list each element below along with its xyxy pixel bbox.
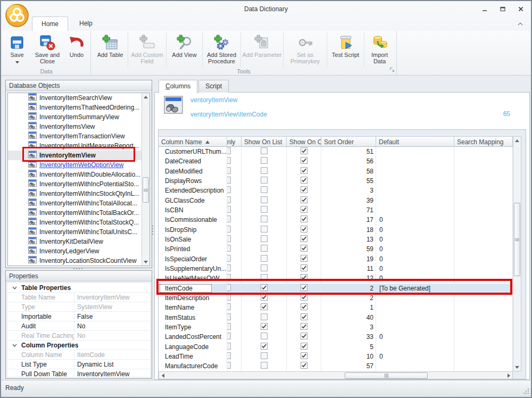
show-on-client-checkbox[interactable] (287, 244, 321, 254)
search-mapping-cell[interactable] (454, 284, 513, 293)
search-mapping-cell[interactable] (454, 361, 513, 371)
tree-item[interactable]: InventoryItemWithIncTotalAllocat... (8, 198, 149, 208)
search-mapping-cell[interactable] (454, 205, 513, 215)
tree-item[interactable]: InventoryItemWithIncStockQtyInL... (8, 189, 149, 198)
tree-item[interactable]: InventoryItemView (8, 151, 149, 160)
sort-order-cell[interactable]: 3 (321, 322, 376, 332)
show-on-list-checkbox[interactable] (242, 176, 287, 186)
read-only-cell[interactable] (227, 167, 242, 176)
show-on-list-checkbox[interactable] (242, 254, 287, 264)
search-mapping-cell[interactable] (454, 167, 513, 176)
sort-order-cell[interactable]: 51 (321, 147, 376, 156)
show-on-list-checkbox[interactable] (242, 147, 287, 156)
show-on-client-checkbox[interactable] (287, 342, 321, 352)
column-name-cell[interactable]: CustomerURLThum... (159, 147, 227, 156)
grid-column-header-column-name[interactable]: Column Name (159, 136, 227, 147)
sort-order-cell[interactable]: 39 (321, 196, 376, 205)
column-name-cell[interactable]: DateModified (159, 167, 227, 176)
show-on-client-checkbox[interactable] (287, 254, 321, 264)
show-on-list-checkbox[interactable] (242, 332, 287, 342)
sort-order-cell[interactable]: 18 (321, 225, 376, 235)
default-cell[interactable]: 0 (376, 254, 454, 264)
table-row[interactable]: IsCBN71 (159, 205, 513, 215)
default-cell[interactable]: 0 (376, 235, 454, 244)
show-on-list-checkbox[interactable] (242, 273, 287, 283)
search-mapping-cell[interactable] (454, 156, 513, 166)
column-name-cell[interactable]: GLClassCode (159, 196, 227, 205)
column-name-cell[interactable]: ItemName (159, 303, 227, 312)
show-on-client-checkbox[interactable] (287, 273, 321, 283)
column-name-cell[interactable]: LeadTime (159, 352, 227, 361)
sort-order-cell[interactable]: 59 (321, 244, 376, 254)
ribbon-collapse-icon[interactable] (517, 20, 523, 28)
tree-item[interactable]: InventoryLedgerView (8, 246, 149, 256)
maximize-button[interactable] (497, 5, 509, 13)
dialog-launcher-icon[interactable] (389, 67, 395, 74)
column-name-cell[interactable]: LandedCostPercent (159, 332, 227, 342)
import-data-button[interactable]: Import Data (364, 32, 395, 67)
default-cell[interactable] (376, 361, 454, 371)
show-on-client-checkbox[interactable] (287, 264, 321, 273)
add-view-button[interactable]: Add View (166, 32, 202, 67)
property-value[interactable]: False (74, 312, 150, 321)
default-cell[interactable]: [To be Generated] (376, 284, 454, 293)
table-row[interactable]: GLClassCode39 (159, 196, 513, 205)
show-on-list-checkbox[interactable] (242, 361, 287, 371)
read-only-cell[interactable] (227, 254, 242, 264)
column-name-cell[interactable]: ManufacturerCode (159, 361, 227, 371)
search-mapping-cell[interactable] (454, 186, 513, 195)
default-cell[interactable]: 0 (376, 273, 454, 283)
read-only-cell[interactable] (227, 342, 242, 352)
tree-item[interactable]: InventoryItemsView (8, 122, 149, 131)
search-mapping-cell[interactable] (454, 342, 513, 352)
tree-item[interactable]: InventoryItemsThatNeedOrdering... (8, 103, 149, 112)
show-on-list-checkbox[interactable] (242, 264, 287, 273)
tree-scroll-thumb[interactable] (143, 177, 149, 203)
read-only-cell[interactable] (227, 332, 242, 342)
search-mapping-cell[interactable] (454, 147, 513, 156)
sort-order-cell[interactable]: 13 (321, 235, 376, 244)
default-cell[interactable] (376, 196, 454, 205)
tree-item[interactable]: InventoryLocationStockCountView (8, 256, 149, 266)
property-value[interactable]: ItemCode (74, 350, 150, 359)
default-cell[interactable] (376, 186, 454, 195)
grid-vertical-scrollbar[interactable] (513, 136, 521, 371)
search-mapping-cell[interactable] (454, 235, 513, 244)
column-name-cell[interactable]: LanguageCode (159, 342, 227, 352)
sort-order-cell[interactable]: 3 (321, 186, 376, 195)
default-cell[interactable] (376, 147, 454, 156)
show-on-client-checkbox[interactable] (287, 167, 321, 176)
search-mapping-cell[interactable] (454, 303, 513, 312)
show-on-client-checkbox[interactable] (287, 332, 321, 342)
tree-item[interactable]: InventoryKitDetailView (8, 237, 149, 246)
table-row[interactable]: ManufacturerCode57 (159, 361, 513, 371)
show-on-client-checkbox[interactable] (287, 196, 321, 205)
read-only-cell[interactable] (227, 273, 242, 283)
sort-order-cell[interactable]: 19 (321, 254, 376, 264)
grid-column-header-show-on-cl-[interactable]: Show On Cl.. (287, 136, 321, 147)
search-mapping-cell[interactable] (454, 293, 513, 303)
sort-order-cell[interactable]: 33 (321, 332, 376, 342)
show-on-list-checkbox[interactable] (242, 322, 287, 332)
tree-item[interactable]: InventoryItemSummaryView (8, 112, 149, 122)
save-and-close-button[interactable]: Save and Close (30, 32, 64, 67)
grid-hscroll-thumb[interactable] (345, 372, 428, 379)
grid-scroll-up-icon[interactable] (513, 137, 521, 144)
show-on-list-checkbox[interactable] (242, 293, 287, 303)
grid-vscroll-thumb[interactable] (514, 203, 520, 276)
save-button[interactable]: Save (4, 32, 30, 67)
read-only-cell[interactable] (227, 215, 242, 225)
property-value[interactable]: InventoryItemView (74, 293, 150, 302)
grid-scroll-right-icon[interactable] (505, 372, 512, 379)
show-on-list-checkbox[interactable] (242, 205, 287, 215)
default-cell[interactable] (376, 156, 454, 166)
table-row[interactable]: DisplayRows55 (159, 176, 513, 186)
tree-item[interactable]: InventoryItemWithIncTotalUnitsC... (8, 227, 149, 237)
read-only-cell[interactable] (227, 196, 242, 205)
sort-order-cell[interactable]: 11 (321, 264, 376, 273)
property-row[interactable]: Real Time CachingNo (7, 331, 150, 341)
read-only-cell[interactable] (227, 186, 242, 195)
sort-order-cell[interactable]: 40 (321, 313, 376, 322)
search-mapping-cell[interactable] (454, 352, 513, 361)
column-name-cell[interactable]: DateCreated (159, 156, 227, 166)
